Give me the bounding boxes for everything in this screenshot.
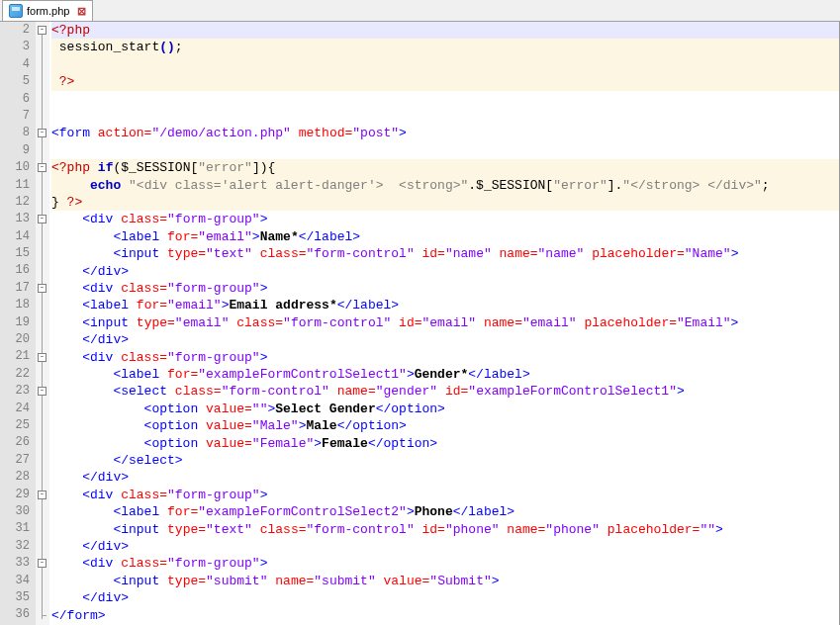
code-line[interactable]: <label for="exampleFormControlSelect2">P… bbox=[51, 504, 514, 519]
line-number: 35 bbox=[8, 589, 30, 606]
code-line[interactable]: <input type="submit" name="submit" value… bbox=[51, 574, 500, 588]
code-line[interactable]: <?php if($_SESSION["error"]){ bbox=[51, 159, 839, 176]
fold-toggle[interactable]: - bbox=[38, 163, 47, 172]
line-number: 18 bbox=[8, 297, 30, 313]
code-line[interactable]: <select class="form-control" name="gende… bbox=[51, 384, 685, 399]
tab-filename: form.php bbox=[27, 5, 69, 17]
fold-toggle[interactable]: - bbox=[38, 353, 47, 362]
code-line[interactable]: </div> bbox=[51, 590, 129, 605]
close-icon[interactable]: ⊠ bbox=[77, 5, 86, 18]
line-number: 19 bbox=[8, 314, 30, 331]
code-line[interactable]: <input type="text" class="form-control" … bbox=[51, 522, 723, 537]
line-number: 25 bbox=[8, 417, 30, 434]
code-content[interactable]: <?php session_start(); ?> <form action="… bbox=[49, 22, 839, 625]
code-line[interactable]: <label for="email">Name*</label> bbox=[51, 229, 360, 244]
code-line[interactable]: <option value="">Select Gender</option> bbox=[51, 402, 445, 416]
line-number: 36 bbox=[8, 606, 30, 623]
line-number: 10 bbox=[8, 159, 30, 176]
code-line[interactable]: <div class="form-group"> bbox=[51, 350, 267, 365]
line-number: 3 bbox=[8, 39, 30, 55]
code-line[interactable]: session_start(); bbox=[51, 39, 839, 55]
php-file-icon bbox=[9, 4, 23, 18]
code-line[interactable]: </select> bbox=[51, 453, 183, 468]
code-line[interactable]: </div> bbox=[51, 470, 129, 485]
line-number: 16 bbox=[8, 262, 30, 279]
line-number: 20 bbox=[8, 331, 30, 348]
code-line[interactable]: </div> bbox=[51, 264, 129, 279]
fold-toggle[interactable]: - bbox=[38, 215, 47, 223]
line-number: 29 bbox=[8, 487, 30, 503]
file-tab[interactable]: form.php ⊠ bbox=[2, 0, 93, 21]
editor[interactable]: 2345678910111213141516171819202122232425… bbox=[0, 22, 840, 625]
line-number: 22 bbox=[8, 366, 30, 383]
code-line[interactable]: ?> bbox=[51, 73, 839, 90]
line-number: 27 bbox=[8, 452, 30, 469]
code-line[interactable]: <label for="exampleFormControlSelect1">G… bbox=[51, 367, 530, 382]
fold-toggle[interactable]: - bbox=[38, 129, 47, 137]
line-number: 31 bbox=[8, 520, 30, 537]
line-number: 9 bbox=[8, 142, 30, 159]
code-line[interactable]: <input type="text" class="form-control" … bbox=[51, 246, 738, 261]
code-line[interactable]: <div class="form-group"> bbox=[51, 281, 267, 296]
line-number: 15 bbox=[8, 245, 30, 262]
line-number: 13 bbox=[8, 211, 30, 227]
line-number: 8 bbox=[8, 125, 30, 141]
line-number: 23 bbox=[8, 383, 30, 400]
code-line[interactable]: <form action="/demo/action.php" method="… bbox=[51, 126, 407, 140]
line-number: 26 bbox=[8, 434, 30, 451]
code-line[interactable]: </form> bbox=[51, 608, 106, 623]
line-number: 33 bbox=[8, 555, 30, 572]
code-line[interactable]: echo "<div class='alert alert-danger'> <… bbox=[51, 177, 839, 194]
fold-column: --------- bbox=[36, 22, 49, 625]
line-number: 14 bbox=[8, 228, 30, 245]
code-line[interactable]: <div class="form-group"> bbox=[51, 488, 267, 502]
line-number: 34 bbox=[8, 573, 30, 589]
line-number: 32 bbox=[8, 538, 30, 555]
code-line[interactable]: <div class="form-group"> bbox=[51, 556, 267, 571]
line-number: 12 bbox=[8, 194, 30, 211]
code-line[interactable]: <?php bbox=[51, 22, 839, 39]
line-number: 30 bbox=[8, 503, 30, 520]
code-line[interactable] bbox=[51, 56, 839, 73]
line-number: 6 bbox=[8, 91, 30, 108]
code-line[interactable]: } ?> bbox=[51, 194, 839, 211]
line-number: 2 bbox=[8, 22, 30, 39]
tab-bar: form.php ⊠ bbox=[0, 0, 840, 22]
line-number: 17 bbox=[8, 280, 30, 297]
code-line[interactable]: </div> bbox=[51, 539, 129, 554]
code-line[interactable]: <input type="email" class="form-control"… bbox=[51, 315, 738, 330]
fold-toggle[interactable]: - bbox=[38, 284, 47, 293]
line-number-gutter: 2345678910111213141516171819202122232425… bbox=[0, 22, 36, 625]
line-number: 11 bbox=[8, 177, 30, 194]
line-number: 4 bbox=[8, 56, 30, 73]
fold-toggle[interactable]: - bbox=[38, 559, 47, 568]
line-number: 28 bbox=[8, 469, 30, 486]
code-line[interactable]: <label for="email">Email address*</label… bbox=[51, 298, 399, 312]
line-number: 24 bbox=[8, 401, 30, 417]
code-line[interactable]: <option value="Female">Female</option> bbox=[51, 436, 437, 451]
code-line[interactable]: </div> bbox=[51, 332, 129, 347]
line-number: 7 bbox=[8, 108, 30, 125]
line-number: 21 bbox=[8, 348, 30, 365]
fold-toggle[interactable]: - bbox=[38, 491, 47, 499]
code-line[interactable]: <div class="form-group"> bbox=[51, 212, 267, 226]
fold-toggle[interactable]: - bbox=[38, 387, 47, 396]
code-line[interactable]: <option value="Male">Male</option> bbox=[51, 418, 407, 433]
fold-toggle[interactable]: - bbox=[38, 26, 47, 35]
line-number: 5 bbox=[8, 73, 30, 90]
